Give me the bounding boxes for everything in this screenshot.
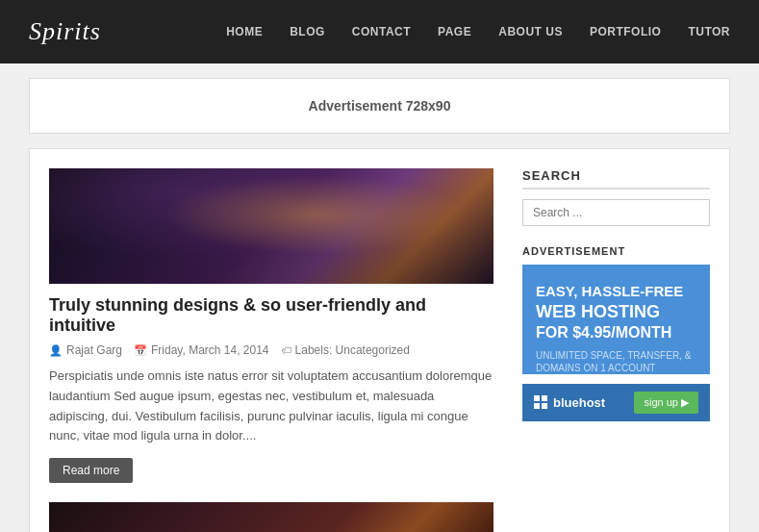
search-section: SEARCH [522, 168, 710, 226]
signup-button[interactable]: sign up ▶ [634, 392, 698, 414]
header: Spirits HOME BLOG CONTACT PAGE ABOUT US … [0, 0, 759, 63]
post-1-author: Rajat Garg [66, 343, 122, 357]
bluehost-sub: unlimited space, transfer, & domains on … [536, 349, 696, 374]
label-icon: 🏷 [281, 344, 291, 356]
bluehost-logo: bluehost [534, 395, 605, 410]
sidebar-ad-section: ADVERTISEMENT EASY, HASSLE-FREE WEB HOST… [522, 245, 710, 421]
bluehost-line2: WEB HOSTING [536, 301, 696, 323]
nav-page[interactable]: PAGE [438, 20, 471, 43]
author-icon: 👤 [49, 344, 63, 357]
nav: HOME BLOG CONTACT PAGE ABOUT US PORTFOLI… [226, 20, 730, 43]
calendar-icon: 📅 [134, 344, 147, 357]
bluehost-logo-text: bluehost [553, 395, 605, 410]
read-more-button[interactable]: Read more [49, 458, 133, 483]
ad-section-title: ADVERTISEMENT [522, 245, 710, 257]
post-2 [49, 502, 493, 532]
nav-portfolio[interactable]: PORTFOLIO [590, 20, 662, 43]
post-1-author-item: 👤 Rajat Garg [49, 343, 122, 357]
bluehost-line3: FOR $4.95/MONTH [536, 323, 696, 343]
post-1-date-item: 📅 Friday, March 14, 2014 [134, 343, 269, 357]
nav-about[interactable]: ABOUT US [498, 20, 563, 43]
post-2-image [49, 502, 493, 532]
sidebar: SEARCH ADVERTISEMENT EASY, HASSLE-FREE W… [522, 168, 710, 532]
ad-banner: Advertisement 728x90 [29, 78, 730, 134]
bluehost-footer: bluehost sign up ▶ [522, 384, 710, 421]
bluehost-line1: EASY, HASSLE-FREE [536, 282, 696, 301]
post-1-labels: Labels: Uncategorized [295, 343, 410, 357]
nav-home[interactable]: HOME [226, 20, 263, 43]
post-1-date: Friday, March 14, 2014 [151, 343, 269, 357]
search-input[interactable] [522, 199, 710, 226]
post-1-labels-item: 🏷 Labels: Uncategorized [281, 343, 410, 357]
logo[interactable]: Spirits [29, 17, 226, 46]
search-title: SEARCH [522, 168, 710, 190]
post-1-meta: 👤 Rajat Garg 📅 Friday, March 14, 2014 🏷 … [49, 343, 493, 357]
nav-contact[interactable]: CONTACT [352, 20, 411, 43]
ad-banner-size: 728x90 [406, 98, 451, 114]
post-1: Truly stunning designs & so user-friendl… [49, 168, 493, 483]
nav-blog[interactable]: BLOG [290, 20, 325, 43]
bluehost-grid-icon [534, 395, 547, 409]
post-1-image [49, 168, 493, 284]
post-1-title[interactable]: Truly stunning designs & so user-friendl… [49, 295, 493, 336]
nav-tutor[interactable]: TUTOR [688, 20, 730, 43]
post-1-excerpt: Perspiciatis unde omnis iste natus error… [49, 367, 493, 446]
main-col: Truly stunning designs & so user-friendl… [49, 168, 493, 532]
ad-banner-prefix: Advertisement [309, 98, 402, 114]
bluehost-ad[interactable]: EASY, HASSLE-FREE WEB HOSTING FOR $4.95/… [522, 265, 710, 374]
content-wrapper: Truly stunning designs & so user-friendl… [29, 148, 730, 532]
